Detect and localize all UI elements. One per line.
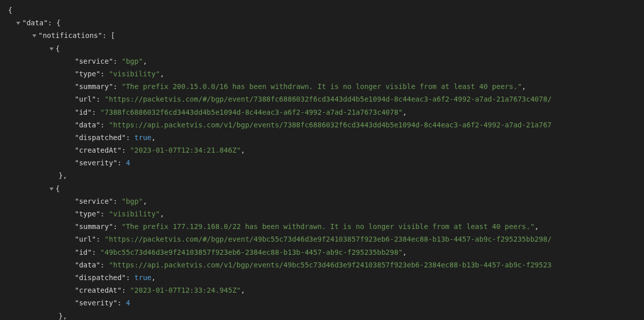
key-label: dispatched [79,133,121,142]
json-property: "dispatched": true, [4,271,640,284]
json-property: "summary": "The prefix 177.129.168.0/22 … [4,220,640,233]
key-label: type [79,70,96,78]
json-property: "service": "bgp", [4,195,640,208]
value-string: visibility [113,210,156,218]
value-string: https://packetvis.com/#/bgp/event/7388fc… [109,95,552,103]
json-property: "type": "visibility", [4,68,640,80]
data-key-line[interactable]: "data": { [4,17,640,29]
json-property: "url": "https://packetvis.com/#/bgp/even… [4,93,640,106]
value-string: https://packetvis.com/#/bgp/event/49bc55… [109,235,552,243]
root-open-brace: { [4,4,640,17]
json-property: "id": "49bc55c73d46d3e9f24103857f923eb6-… [4,246,640,259]
value-number: 4 [126,299,130,307]
key-label: url [79,235,91,243]
value-string: https://api.packetvis.com/v1/bgp/events/… [113,261,552,269]
json-property: "service": "bgp", [4,55,640,68]
json-property: "url": "https://packetvis.com/#/bgp/even… [4,233,640,246]
data-key: data [26,19,43,27]
value-string: 7388fc6886032f6cd3443dd4b5e1094d-8c44eac… [105,108,399,116]
value-string: The prefix 200.15.0.0/16 has been withdr… [126,82,517,90]
value-string: The prefix 177.129.168.0/22 has been wit… [126,222,530,231]
object-close: }, [4,169,640,182]
json-viewer: { "data": { "notifications": [ { "servic… [4,4,640,320]
json-property: "createdAt": "2023-01-07T12:34:21.846Z", [4,144,640,157]
object-close: }, [4,310,640,321]
json-property: "type": "visibility", [4,208,640,220]
expand-arrow-icon[interactable] [49,188,54,191]
key-label: severity [79,299,113,307]
key-label: data [79,261,96,269]
json-property: "dispatched": true, [4,131,640,144]
json-property: "data": "https://api.packetvis.com/v1/bg… [4,259,640,271]
value-number: 4 [126,159,130,167]
value-string: visibility [113,70,156,78]
notifications-key-line[interactable]: "notifications": [ [4,29,640,42]
value-string: https://api.packetvis.com/v1/bgp/events/… [113,121,552,129]
key-label: summary [79,82,109,90]
expand-arrow-icon[interactable] [49,48,54,51]
value-string: 2023-01-07T12:34:21.846Z [134,146,236,154]
key-label: dispatched [79,273,121,282]
object-open[interactable]: { [4,42,640,55]
key-label: createdAt [79,286,117,294]
json-property: "createdAt": "2023-01-07T12:33:24.945Z", [4,284,640,297]
json-property: "summary": "The prefix 200.15.0.0/16 has… [4,80,640,93]
json-property: "data": "https://api.packetvis.com/v1/bg… [4,119,640,131]
value-string: bgp [126,197,138,205]
value-boolean: true [134,273,152,282]
value-string: 49bc55c73d46d3e9f24103857f923eb6-2384ec8… [105,248,399,256]
notifications-key: notifications [42,31,98,39]
json-property: "severity": 4 [4,157,640,169]
json-property: "severity": 4 [4,297,640,309]
expand-arrow-icon[interactable] [16,22,20,25]
value-boolean: true [134,133,152,142]
key-label: data [79,121,96,129]
key-label: service [79,197,109,205]
json-property: "id": "7388fc6886032f6cd3443dd4b5e1094d-… [4,106,640,119]
key-label: severity [79,159,113,167]
object-open[interactable]: { [4,182,640,195]
key-label: createdAt [79,146,117,154]
value-string: 2023-01-07T12:33:24.945Z [134,286,236,294]
expand-arrow-icon[interactable] [32,34,36,37]
value-string: bgp [126,57,138,65]
key-label: id [79,248,87,256]
key-label: url [79,95,91,103]
key-label: service [79,57,109,65]
key-label: id [79,108,87,116]
key-label: type [79,210,96,218]
key-label: summary [79,222,109,231]
